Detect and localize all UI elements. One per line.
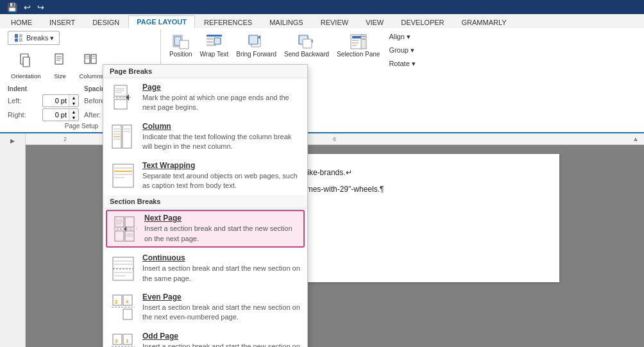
size-icon	[49, 51, 70, 71]
svg-rect-32	[352, 42, 359, 44]
section-break-nextpage-icon	[112, 216, 138, 242]
tab-grammarly[interactable]: GRAMMARLY	[453, 16, 515, 28]
save-quick-btn[interactable]: 💾	[5, 2, 19, 13]
page-break-column-item[interactable]: Column Indicate that the text following …	[103, 117, 307, 157]
svg-rect-6	[23, 57, 30, 67]
section-break-nextpage-item[interactable]: Next Page Insert a section break and sta…	[106, 210, 305, 248]
quick-access-toolbar: 💾 ↩ ↪	[0, 0, 644, 14]
page-break-page-text: Page Mark the point at which one page en…	[142, 83, 300, 113]
position-button[interactable]: Position	[166, 31, 196, 60]
section-break-continuous-title: Continuous	[142, 253, 300, 262]
svg-rect-26	[249, 35, 258, 44]
page-break-textwrap-text: Text Wrapping Separate text around objec…	[142, 161, 300, 191]
svg-rect-19	[180, 40, 189, 49]
tab-view[interactable]: VIEW	[357, 16, 392, 28]
indent-left-input[interactable]	[43, 96, 69, 105]
indent-right-down[interactable]: ▼	[69, 115, 78, 121]
ruler-scroll-up[interactable]: ▲	[632, 135, 639, 142]
indent-right-spinbox[interactable]: ▲ ▼	[42, 108, 79, 121]
tab-mailings[interactable]: MAILINGS	[261, 16, 312, 28]
redo-quick-btn[interactable]: ↪	[35, 2, 46, 13]
section-break-evenpage-text: Even Page Insert a section break and sta…	[142, 292, 300, 323]
svg-rect-28	[303, 39, 312, 48]
breaks-label: Breaks ▾	[26, 34, 54, 42]
ruler-mark-2: 2	[64, 136, 67, 142]
wrap-text-icon	[205, 33, 223, 51]
svg-rect-36	[362, 38, 366, 40]
svg-rect-12	[91, 55, 96, 63]
indent-left-down[interactable]: ▼	[69, 101, 78, 106]
position-icon	[172, 33, 190, 51]
section-break-nextpage-title: Next Page	[144, 214, 298, 223]
size-button[interactable]: Size	[46, 49, 73, 81]
page-break-column-text: Column Indicate that the text following …	[142, 122, 300, 152]
page-break-textwrap-icon	[110, 163, 136, 189]
svg-rect-37	[114, 85, 127, 96]
breaks-dropdown: Page Breaks Page Mark the point at which…	[103, 64, 308, 347]
svg-rect-30	[352, 36, 361, 38]
columns-label: Columns	[79, 72, 103, 80]
indent-right-input[interactable]	[43, 110, 69, 119]
indent-left-row: Left: ▲ ▼	[8, 94, 79, 107]
svg-rect-80	[123, 309, 132, 319]
rotate-button[interactable]: Rotate ▾	[386, 58, 418, 70]
orientation-button[interactable]: Orientation	[8, 49, 44, 81]
tab-design[interactable]: DESIGN	[84, 16, 128, 28]
bring-forward-label: Bring Forward	[236, 51, 276, 58]
section-break-evenpage-desc: Insert a section break and start the new…	[142, 303, 300, 323]
indent-section: Indent Left: ▲ ▼	[8, 85, 79, 121]
columns-button[interactable]: Columns	[76, 49, 106, 81]
orientation-icon	[15, 51, 36, 71]
indent-left-spinbox[interactable]: ▲ ▼	[42, 94, 79, 107]
page-setup-group-label: Page Setup	[65, 121, 98, 130]
indent-right-up[interactable]: ▲	[69, 109, 78, 115]
page-break-textwrap-title: Text Wrapping	[142, 161, 300, 170]
tab-page-layout[interactable]: PAGE LAYOUT	[128, 15, 195, 28]
breaks-icon	[13, 33, 24, 43]
section-break-oddpage-desc: Insert a section break and start the new…	[142, 342, 300, 347]
app-container: 💾 ↩ ↪ HOME INSERT DESIGN PAGE LAYOUT REF…	[0, 0, 644, 347]
tab-home[interactable]: HOME	[3, 16, 40, 28]
indent-left-up[interactable]: ▲	[69, 95, 78, 101]
section-break-evenpage-item[interactable]: 2 4 Even Page Insert a section break and…	[103, 288, 307, 327]
content-area: ◀ 2 3 4 5 6 ▲ hown-by-offering-the-unsto…	[0, 133, 644, 347]
breaks-button[interactable]: Breaks ▾	[8, 31, 60, 45]
selection-pane-label: Selection Pane	[337, 51, 380, 58]
indent-left-arrows: ▲ ▼	[69, 95, 78, 106]
ribbon: Breaks ▾ Orientation	[0, 28, 644, 133]
wrap-text-button[interactable]: Wrap Text	[197, 31, 232, 60]
section-break-continuous-item[interactable]: Continuous Insert a section break and st…	[103, 249, 307, 288]
send-backward-icon	[298, 33, 316, 51]
svg-rect-21	[207, 38, 213, 40]
tab-developer[interactable]: DEVELOPER	[393, 16, 452, 28]
page-break-column-title: Column	[142, 122, 300, 131]
tab-review[interactable]: REVIEW	[312, 16, 357, 28]
section-break-nextpage-desc: Insert a section break and start the new…	[144, 224, 298, 244]
selection-pane-icon	[350, 33, 368, 51]
undo-quick-btn[interactable]: ↩	[22, 2, 33, 13]
send-backward-button[interactable]: Send Backward	[281, 31, 332, 60]
left-panel-label: ◀	[10, 139, 16, 145]
tab-insert[interactable]: INSERT	[41, 16, 83, 28]
left-panel: ◀	[0, 133, 26, 347]
page-break-page-item[interactable]: Page Mark the point at which one page en…	[103, 78, 307, 117]
svg-rect-22	[207, 41, 213, 43]
indent-right-label: Right:	[8, 111, 40, 119]
svg-rect-1	[15, 38, 18, 42]
bring-forward-button[interactable]: Bring Forward	[233, 31, 280, 60]
tab-references[interactable]: REFERENCES	[196, 16, 260, 28]
orientation-label: Orientation	[11, 72, 40, 80]
align-button[interactable]: Align ▾	[386, 31, 418, 43]
svg-text:3: 3	[115, 338, 118, 344]
page-break-textwrap-item[interactable]: Text Wrapping Separate text around objec…	[103, 157, 307, 196]
indent-left-label: Left:	[8, 97, 40, 105]
svg-rect-24	[214, 38, 221, 44]
svg-rect-7	[55, 54, 63, 64]
page-break-column-icon	[110, 124, 136, 149]
page-break-textwrap-desc: Separate text around objects on web page…	[142, 171, 300, 191]
group-button[interactable]: Group ▾	[386, 44, 418, 56]
section-break-oddpage-item[interactable]: 3 1 Odd Page Insert a section break and …	[103, 327, 307, 347]
section-break-continuous-text: Continuous Insert a section break and st…	[142, 253, 300, 284]
selection-pane-button[interactable]: Selection Pane	[334, 31, 383, 60]
page-break-page-title: Page	[142, 83, 300, 92]
